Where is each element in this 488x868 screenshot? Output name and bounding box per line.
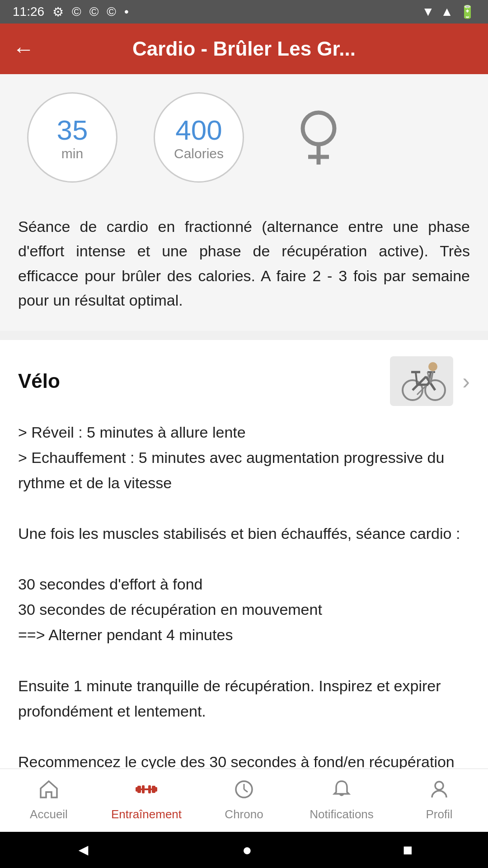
- bike-illustration: [392, 359, 451, 404]
- nav-label-chrono: Chrono: [225, 807, 263, 821]
- nav-label-notifications: Notifications: [310, 807, 374, 821]
- svg-line-10: [416, 372, 417, 385]
- nav-item-profil[interactable]: Profil: [390, 769, 488, 832]
- dot-indicator: •: [124, 5, 129, 19]
- svg-rect-21: [155, 787, 157, 792]
- stats-row: 35 min 400 Calories: [0, 74, 488, 201]
- bottom-nav: Accueil Entraînement Chr: [0, 769, 488, 832]
- time-display: 11:26: [13, 5, 44, 19]
- workout-description: Séance de cardio en fractionné (alternan…: [0, 201, 488, 331]
- calories-value: 400: [175, 114, 222, 146]
- duration-value: 35: [57, 114, 88, 146]
- system-home-button[interactable]: ●: [242, 840, 252, 859]
- connectivity-icon-1: ©: [72, 5, 81, 19]
- svg-rect-24: [148, 785, 151, 793]
- chevron-right-icon: ›: [462, 368, 470, 394]
- back-button[interactable]: ←: [13, 37, 34, 61]
- nav-item-accueil[interactable]: Accueil: [0, 769, 98, 832]
- content-area: 35 min 400 Calories Séance de cardio en …: [0, 74, 488, 868]
- exercise-header: Vélo: [0, 340, 488, 415]
- page-title: Cardio - Brûler Les Gr...: [49, 38, 439, 60]
- nav-item-chrono[interactable]: Chrono: [195, 769, 293, 832]
- status-right: ▼ ▲ 🔋: [422, 5, 475, 19]
- battery-icon: 🔋: [460, 5, 475, 19]
- bell-icon: [332, 779, 352, 804]
- status-bar: 11:26 ⚙ © © © • ▼ ▲ 🔋: [0, 0, 488, 24]
- svg-line-27: [244, 789, 248, 792]
- wifi-icon: ▼: [422, 5, 435, 19]
- settings-icon: ⚙: [52, 5, 64, 19]
- exercise-title: Vélo: [18, 370, 60, 392]
- barbell-icon: [135, 779, 158, 804]
- signal-icon: ▲: [441, 5, 453, 19]
- female-symbol-svg: [298, 108, 339, 167]
- calories-stat: 400 Calories: [154, 92, 244, 183]
- system-recent-button[interactable]: ■: [403, 840, 413, 859]
- nav-label-entrainement: Entraînement: [111, 807, 182, 821]
- svg-rect-19: [136, 787, 138, 792]
- connectivity-icon-3: ©: [107, 5, 116, 19]
- connectivity-icon-2: ©: [89, 5, 99, 19]
- back-arrow-icon: ←: [13, 37, 34, 61]
- nav-label-accueil: Accueil: [30, 807, 68, 821]
- system-back-button[interactable]: ◄: [75, 840, 92, 859]
- svg-point-0: [303, 113, 334, 144]
- duration-unit: min: [61, 146, 83, 161]
- exercise-image: [390, 356, 453, 406]
- person-icon: [429, 779, 449, 804]
- nav-item-notifications[interactable]: Notifications: [293, 769, 390, 832]
- svg-point-29: [435, 782, 443, 790]
- nav-label-profil: Profil: [426, 807, 452, 821]
- status-left: 11:26 ⚙ © © © •: [13, 5, 129, 19]
- nav-item-entrainement[interactable]: Entraînement: [98, 769, 195, 832]
- duration-stat: 35 min: [27, 92, 117, 183]
- clock-icon: [234, 779, 254, 804]
- gender-icon: [298, 108, 339, 167]
- exercise-header-right: ›: [390, 356, 470, 406]
- svg-rect-23: [142, 785, 145, 793]
- svg-point-14: [428, 362, 437, 371]
- system-bar: ◄ ● ■: [0, 832, 488, 868]
- calories-unit: Calories: [174, 146, 224, 161]
- svg-marker-17: [41, 781, 57, 797]
- home-icon: [39, 779, 59, 804]
- toolbar: ← Cardio - Brûler Les Gr...: [0, 24, 488, 74]
